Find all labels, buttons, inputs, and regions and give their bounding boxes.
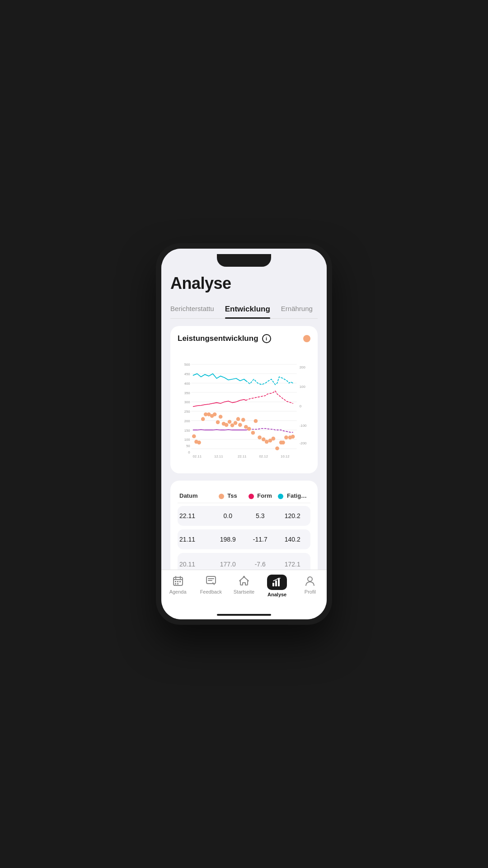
cell-fatig-2: 140.2: [277, 536, 309, 543]
svg-point-57: [272, 437, 276, 441]
svg-text:02.11: 02.11: [193, 454, 202, 458]
tab-ernaehrung[interactable]: Ernährung: [281, 300, 313, 318]
svg-point-38: [213, 412, 217, 416]
cell-fatig-3: 172.1: [277, 561, 309, 568]
svg-text:200: 200: [184, 419, 191, 423]
svg-text:0: 0: [300, 404, 302, 408]
chart-header: Leistungsentwicklung i: [178, 334, 310, 343]
profil-icon: [304, 575, 316, 587]
form-dot: [249, 494, 254, 499]
svg-point-33: [197, 441, 201, 445]
svg-rect-77: [272, 583, 274, 586]
svg-point-44: [230, 423, 235, 427]
fatig-dot: [278, 494, 283, 499]
svg-rect-70: [179, 581, 181, 582]
cell-form-3: -7.6: [244, 561, 277, 568]
svg-point-61: [284, 435, 288, 439]
feedback-label: Feedback: [200, 589, 222, 594]
nav-item-profil[interactable]: Profil: [296, 575, 324, 594]
svg-point-40: [219, 415, 223, 419]
svg-text:200: 200: [300, 365, 306, 369]
nav-item-startseite[interactable]: Startseite: [230, 575, 258, 594]
chart-title: Leistungsentwicklung: [178, 334, 258, 343]
svg-rect-79: [278, 579, 280, 586]
startseite-label: Startseite: [234, 589, 254, 594]
svg-point-39: [216, 420, 220, 425]
tss-dot: [219, 494, 224, 499]
svg-text:350: 350: [184, 391, 191, 395]
nav-item-agenda[interactable]: Agenda: [164, 575, 192, 594]
svg-text:300: 300: [184, 400, 191, 404]
svg-point-47: [238, 423, 242, 427]
feedback-icon: [205, 575, 217, 587]
cell-tss-2: 198.9: [212, 536, 244, 543]
tab-berichterstattung[interactable]: Berichterstattu: [170, 300, 214, 318]
svg-rect-71: [175, 583, 176, 585]
svg-point-52: [254, 419, 258, 423]
col-form: Form: [244, 492, 277, 499]
tabs-container: Berichterstattu Entwicklung Ernährung: [170, 300, 318, 319]
phone-inner: Analyse Berichterstattu Entwicklung Ernä…: [161, 249, 327, 619]
table-row-partial[interactable]: 20.11 177.0 -7.6 172.1: [178, 553, 310, 570]
orange-dot-indicator: [303, 335, 310, 342]
col-fatig: Fatig…: [277, 492, 309, 499]
page-title: Analyse: [170, 274, 318, 293]
svg-text:400: 400: [184, 382, 191, 386]
tab-entwicklung[interactable]: Entwicklung: [225, 300, 270, 318]
nav-item-analyse[interactable]: Analyse: [263, 575, 291, 597]
phone-shell: Analyse Berichterstattu Entwicklung Ernä…: [156, 243, 332, 625]
nav-item-feedback[interactable]: Feedback: [197, 575, 225, 594]
cell-datum-2: 21.11: [179, 536, 212, 543]
info-icon[interactable]: i: [262, 334, 271, 343]
svg-point-58: [275, 446, 279, 450]
col-tss: Tss: [212, 492, 244, 499]
svg-point-43: [228, 420, 232, 424]
svg-point-60: [281, 441, 285, 445]
table-header: Datum Tss Form Fatig…: [178, 489, 310, 503]
svg-text:50: 50: [186, 444, 190, 448]
chart-area: 500 450 400 350 300 250 200 150 100 50 0…: [178, 349, 310, 466]
profil-label: Profil: [305, 589, 316, 594]
data-table-card: Datum Tss Form Fatig…: [170, 481, 318, 570]
analyse-label: Analyse: [267, 592, 286, 597]
svg-text:22.11: 22.11: [238, 454, 246, 458]
svg-point-50: [247, 427, 251, 431]
cell-tss-3: 177.0: [212, 561, 244, 568]
home-bar: [217, 614, 271, 616]
svg-point-34: [201, 417, 205, 421]
svg-point-55: [265, 440, 269, 444]
cell-datum-1: 22.11: [179, 512, 212, 519]
svg-text:10.12: 10.12: [281, 454, 289, 458]
col-datum: Datum: [179, 492, 212, 499]
home-indicator: [161, 610, 327, 619]
svg-text:500: 500: [184, 363, 191, 367]
bottom-nav: Agenda Feedback: [161, 570, 327, 610]
notch-area: [161, 249, 327, 269]
analyse-icon: [267, 575, 287, 590]
cell-form-1: 5.3: [244, 512, 277, 519]
svg-text:0: 0: [188, 450, 190, 454]
chart-card: Leistungsentwicklung i: [170, 326, 318, 473]
cell-fatig-1: 120.2: [277, 512, 309, 519]
svg-point-63: [291, 435, 295, 439]
agenda-icon: [172, 575, 184, 587]
svg-rect-69: [177, 581, 178, 582]
table-row[interactable]: 21.11 198.9 -11.7 140.2: [178, 529, 310, 549]
home-icon: [238, 575, 250, 587]
svg-point-45: [234, 421, 238, 425]
svg-text:-100: -100: [300, 424, 307, 428]
svg-point-42: [225, 423, 229, 427]
svg-text:100: 100: [184, 438, 191, 442]
svg-text:12.11: 12.11: [214, 454, 223, 458]
cell-datum-3: 20.11: [179, 561, 212, 568]
svg-point-51: [251, 431, 255, 435]
svg-text:150: 150: [184, 429, 191, 433]
svg-point-48: [241, 418, 245, 422]
svg-text:100: 100: [300, 385, 306, 389]
svg-text:450: 450: [184, 372, 191, 376]
table-row[interactable]: 22.11 0.0 5.3 120.2: [178, 506, 310, 526]
svg-text:-200: -200: [300, 441, 307, 445]
svg-rect-72: [177, 583, 178, 585]
svg-point-53: [258, 435, 262, 439]
notch: [217, 254, 271, 267]
